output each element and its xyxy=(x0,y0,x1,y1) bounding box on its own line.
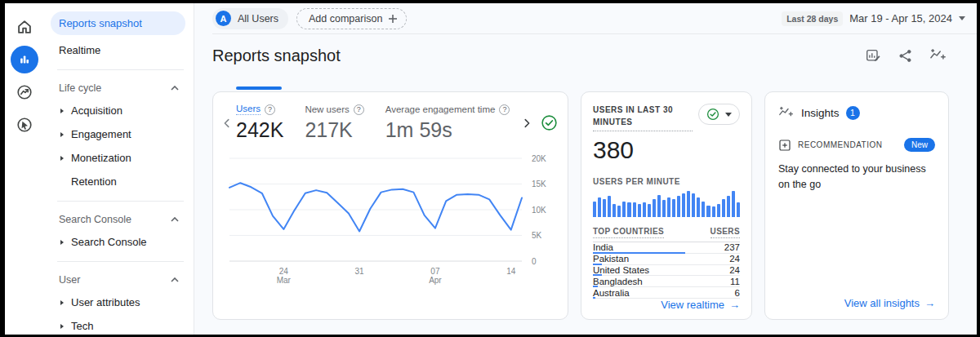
sidebar-section-user[interactable]: User xyxy=(51,269,185,290)
country-row: Pakistan 24 xyxy=(593,254,740,265)
insights-icon[interactable] xyxy=(929,47,947,64)
sidebar: Reports snapshot Realtime Life cycle Acq… xyxy=(44,3,194,335)
sidebar-item-engagement[interactable]: Engagement xyxy=(51,122,185,146)
recommendation-label: RECOMMENDATION xyxy=(798,140,882,149)
sidebar-section-search-console[interactable]: Search Console xyxy=(51,209,185,230)
view-all-insights-link[interactable]: View all insights → xyxy=(778,297,935,309)
sidebar-section-life-cycle[interactable]: Life cycle xyxy=(51,78,185,99)
metric-tab-new-users[interactable]: New users 217K xyxy=(305,104,363,142)
insights-count-badge: 1 xyxy=(846,106,860,120)
recommendation-icon xyxy=(778,139,791,152)
sidebar-item-reports-snapshot[interactable]: Reports snapshot xyxy=(51,11,185,35)
help-icon[interactable] xyxy=(354,104,364,115)
insights-icon xyxy=(778,105,795,120)
chevron-right-icon[interactable] xyxy=(518,114,536,132)
home-icon[interactable] xyxy=(11,13,38,41)
cards-row: Users 242K New users 217K Average engage… xyxy=(212,91,977,320)
ga4-app: Reports snapshot Realtime Life cycle Acq… xyxy=(5,3,977,335)
svg-text:24: 24 xyxy=(279,267,289,276)
expand-triangle-icon xyxy=(60,156,64,161)
metric-value-users: 242K xyxy=(236,118,283,142)
arrow-right-icon: → xyxy=(924,297,935,309)
customize-report-icon[interactable] xyxy=(865,47,881,64)
divider xyxy=(57,261,184,262)
users-per-minute-label: USERS PER MINUTE xyxy=(593,177,740,186)
sidebar-item-monetization[interactable]: Monetization xyxy=(51,146,185,170)
advertising-icon[interactable] xyxy=(11,111,38,139)
page-header: Reports snapshot xyxy=(212,34,977,72)
date-range-selector[interactable]: Last 28 days Mar 19 - Apr 15, 2024 xyxy=(782,11,965,26)
sidebar-item-tech[interactable]: Tech xyxy=(51,314,185,335)
chevron-left-icon[interactable] xyxy=(218,114,236,132)
sidebar-item-acquisition[interactable]: Acquisition xyxy=(51,99,185,122)
metric-tab-avg-engagement-time[interactable]: Average engagement time 1m 59s xyxy=(385,104,510,142)
users-chart-area: 05K10K15K20K24Mar3107Apr14 xyxy=(213,144,568,290)
country-row: United States 24 xyxy=(593,265,740,277)
date-preset-badge: Last 28 days xyxy=(782,11,843,26)
country-row: India 237 xyxy=(593,242,740,254)
sidebar-item-user-attributes[interactable]: User attributes xyxy=(51,290,185,314)
users-per-minute-bars xyxy=(593,191,740,217)
expand-triangle-icon xyxy=(60,300,64,305)
expand-triangle-icon xyxy=(60,109,64,113)
data-quality-check-icon[interactable] xyxy=(541,114,558,131)
icon-rail xyxy=(5,3,44,335)
country-bar-fill xyxy=(593,297,595,299)
reports-icon[interactable] xyxy=(11,46,38,73)
svg-text:14: 14 xyxy=(506,267,516,276)
realtime-status-dropdown[interactable] xyxy=(698,104,740,125)
metric-value-engagement: 1m 59s xyxy=(385,118,510,142)
realtime-users-value: 380 xyxy=(593,136,740,164)
expand-triangle-icon xyxy=(60,132,64,137)
expand-triangle-icon xyxy=(60,240,64,245)
all-users-chip[interactable]: A All Users xyxy=(212,8,288,29)
help-icon[interactable] xyxy=(499,104,510,115)
countries-table-header: TOP COUNTRIES USERS xyxy=(593,227,740,242)
overview-card: Users 242K New users 217K Average engage… xyxy=(212,91,568,320)
main-content: A All Users Add comparison Last 28 days … xyxy=(194,3,977,335)
expand-triangle-icon xyxy=(60,324,64,329)
sidebar-item-label: Reports snapshot xyxy=(59,17,142,29)
insights-card: Insights 1 RECOMMENDATION New Stay conne… xyxy=(764,91,949,320)
svg-text:Mar: Mar xyxy=(277,276,292,285)
svg-text:20K: 20K xyxy=(532,154,546,163)
active-tab-indicator xyxy=(236,86,282,90)
caret-down-icon xyxy=(725,113,732,117)
divider xyxy=(57,201,184,202)
sidebar-item-search-console[interactable]: Search Console xyxy=(51,230,185,254)
comparison-bar: A All Users Add comparison Last 28 days … xyxy=(212,3,977,34)
divider xyxy=(57,69,184,70)
plus-icon xyxy=(388,14,398,24)
page-title: Reports snapshot xyxy=(212,47,341,65)
chevron-up-icon xyxy=(171,277,179,282)
help-icon[interactable] xyxy=(265,104,275,115)
sidebar-item-realtime[interactable]: Realtime xyxy=(51,38,185,62)
avatar: A xyxy=(216,11,231,26)
svg-text:Apr: Apr xyxy=(429,276,442,285)
svg-text:15K: 15K xyxy=(532,180,546,188)
users-line-chart: 05K10K15K20K24Mar3107Apr14 xyxy=(221,147,561,287)
chevron-up-icon xyxy=(171,86,179,91)
recommendation-text[interactable]: Stay connected to your business on the g… xyxy=(778,162,935,193)
realtime-card: USERS IN LAST 30 MINUTES 380 USERS PER M… xyxy=(581,91,752,320)
explore-icon[interactable] xyxy=(11,78,38,106)
svg-text:07: 07 xyxy=(430,267,440,276)
insights-title: Insights xyxy=(801,107,840,119)
svg-text:5K: 5K xyxy=(532,231,542,240)
realtime-title: USERS IN LAST 30 MINUTES xyxy=(593,104,693,131)
svg-text:31: 31 xyxy=(355,267,365,276)
date-range-text: Mar 19 - Apr 15, 2024 xyxy=(849,12,952,24)
caret-down-icon xyxy=(959,16,965,20)
country-row: Australia 6 xyxy=(593,287,740,299)
sidebar-item-retention[interactable]: Retention xyxy=(51,170,185,193)
check-circle-icon xyxy=(706,108,719,121)
share-icon[interactable] xyxy=(898,48,913,64)
chevron-up-icon xyxy=(171,217,179,222)
add-comparison-button[interactable]: Add comparison xyxy=(296,8,407,29)
new-badge: New xyxy=(904,138,935,152)
metric-tab-users[interactable]: Users 242K xyxy=(236,104,283,142)
view-realtime-link[interactable]: View realtime → xyxy=(593,299,740,311)
metric-value-new-users: 217K xyxy=(305,118,363,142)
metric-header: Users 242K New users 217K Average engage… xyxy=(213,92,568,144)
svg-text:10K: 10K xyxy=(532,206,546,215)
